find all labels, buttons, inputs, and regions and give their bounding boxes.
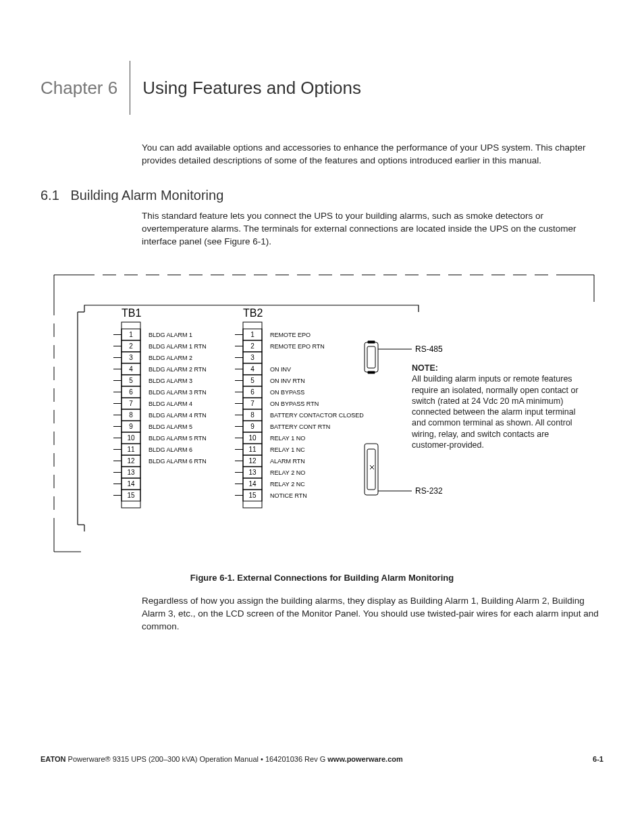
- footer-brand: EATON: [41, 755, 66, 763]
- terminal-label: RELAY 1 NC: [270, 446, 305, 453]
- terminal-label: BLDG ALARM 5 RTN: [149, 435, 207, 442]
- footer-left: EATON Powerware® 9315 UPS (200–300 kVA) …: [41, 755, 403, 763]
- terminal-number: 9: [129, 423, 133, 430]
- terminal-number: 12: [248, 457, 257, 465]
- terminal-number: 11: [127, 446, 135, 453]
- note-heading: NOTE:: [412, 363, 587, 373]
- terminal-number: 11: [248, 446, 257, 453]
- rs232-label: RS-232: [415, 486, 443, 496]
- terminal-number: 8: [250, 411, 254, 419]
- terminal-number: 7: [250, 400, 254, 407]
- svg-rect-73: [365, 342, 378, 372]
- tb2-terminals: 1REMOTE EPO2REMOTE EPO RTN34ON INV5ON IN…: [235, 322, 364, 508]
- terminal-number: 5: [129, 377, 133, 384]
- terminal-number: 13: [248, 469, 257, 476]
- terminal-label: BLDG ALARM 1: [149, 332, 192, 338]
- terminal-number: 15: [127, 492, 135, 499]
- rs485-label: RS-485: [415, 344, 443, 354]
- svg-rect-74: [367, 346, 375, 368]
- terminal-number: 13: [127, 469, 135, 476]
- svg-rect-76: [365, 444, 378, 495]
- terminal-number: 14: [127, 480, 135, 488]
- terminal-label: BLDG ALARM 1 RTN: [149, 343, 207, 350]
- intro-paragraph: You can add available options and access…: [142, 142, 603, 167]
- footer-url: www.powerware.com: [327, 755, 402, 763]
- terminal-label: BLDG ALARM 3: [149, 377, 192, 384]
- terminal-number: 5: [250, 377, 254, 384]
- rs485-connector-icon: [365, 341, 378, 373]
- chapter-number: Chapter 6: [41, 61, 130, 115]
- section-title: Building Alarm Monitoring: [70, 188, 223, 203]
- terminal-label: BLDG ALARM 4 RTN: [149, 412, 207, 419]
- terminal-label: BATTERY CONTACTOR CLOSED: [270, 412, 364, 419]
- terminal-label: BLDG ALARM 6: [149, 446, 192, 453]
- tb1-label: TB1: [122, 307, 141, 319]
- tb1-terminals: 1BLDG ALARM 12BLDG ALARM 1 RTN3BLDG ALAR…: [113, 322, 207, 508]
- section-number: 6.1: [41, 188, 59, 203]
- chapter-header: Chapter 6 Using Features and Options: [41, 61, 603, 115]
- terminal-label: ON BYPASS RTN: [270, 400, 319, 407]
- chapter-title: Using Features and Options: [130, 61, 361, 115]
- terminal-number: 4: [250, 365, 254, 373]
- terminal-number: 1: [129, 331, 133, 338]
- terminal-number: 1: [250, 331, 254, 338]
- footer-product: Powerware® 9315 UPS (200–300 kVA) Operat…: [66, 755, 328, 763]
- note-body: All building alarm inputs or remote feat…: [412, 374, 587, 451]
- terminal-label: RELAY 1 NO: [270, 435, 305, 442]
- terminal-label: ON INV: [270, 366, 291, 373]
- tb2-label: TB2: [243, 307, 263, 319]
- terminal-label: BLDG ALARM 4: [149, 400, 192, 407]
- terminal-label: BLDG ALARM 6 RTN: [149, 458, 207, 465]
- footer-page-number: 6-1: [593, 755, 603, 763]
- terminal-number: 10: [248, 434, 257, 442]
- terminal-label: BLDG ALARM 5: [149, 423, 192, 430]
- terminal-label: REMOTE EPO RTN: [270, 343, 325, 350]
- terminal-number: 8: [129, 411, 133, 419]
- rs232-connector-icon: [365, 444, 378, 495]
- terminal-label: BLDG ALARM 2 RTN: [149, 366, 207, 373]
- terminal-number: 2: [250, 342, 254, 350]
- terminal-label: REMOTE EPO: [270, 332, 311, 338]
- terminal-number: 10: [127, 434, 135, 442]
- terminal-number: 6: [129, 388, 133, 396]
- svg-rect-77: [367, 449, 375, 490]
- section-paragraph: This standard feature lets you connect t…: [142, 210, 603, 249]
- terminal-number: 3: [129, 354, 133, 361]
- terminal-label: BLDG ALARM 2: [149, 355, 192, 361]
- terminal-label: BLDG ALARM 3 RTN: [149, 389, 207, 396]
- terminal-label: ON INV RTN: [270, 377, 305, 384]
- terminal-label: ON BYPASS: [270, 389, 304, 396]
- terminal-number: 4: [129, 365, 133, 373]
- terminal-number: 7: [129, 400, 133, 407]
- terminal-number: 14: [248, 480, 257, 488]
- terminal-label: RELAY 2 NC: [270, 481, 305, 488]
- section-heading: 6.1 Building Alarm Monitoring: [41, 188, 603, 203]
- terminal-label: RELAY 2 NO: [270, 469, 305, 476]
- terminal-number: 12: [127, 457, 135, 465]
- terminal-number: 2: [129, 342, 133, 350]
- terminal-label: BATTERY CONT RTN: [270, 423, 330, 430]
- terminal-label: ALARM RTN: [270, 458, 305, 465]
- page-footer: EATON Powerware® 9315 UPS (200–300 kVA) …: [41, 755, 603, 763]
- after-figure-paragraph: Regardless of how you assign the buildin…: [142, 595, 603, 633]
- figure-caption: Figure 6-1. External Connections for Bui…: [47, 573, 597, 583]
- terminal-number: 15: [248, 492, 257, 499]
- terminal-number: 3: [250, 354, 254, 361]
- terminal-label: NOTICE RTN: [270, 492, 307, 499]
- wiring-diagram-svg: TB1 TB2 1BLDG ALARM 12BLDG ALARM 1 RTN3B…: [47, 268, 601, 558]
- terminal-number: 6: [250, 388, 254, 396]
- figure-6-1: TB1 TB2 1BLDG ALARM 12BLDG ALARM 1 RTN3B…: [47, 268, 597, 583]
- terminal-number: 9: [250, 423, 254, 430]
